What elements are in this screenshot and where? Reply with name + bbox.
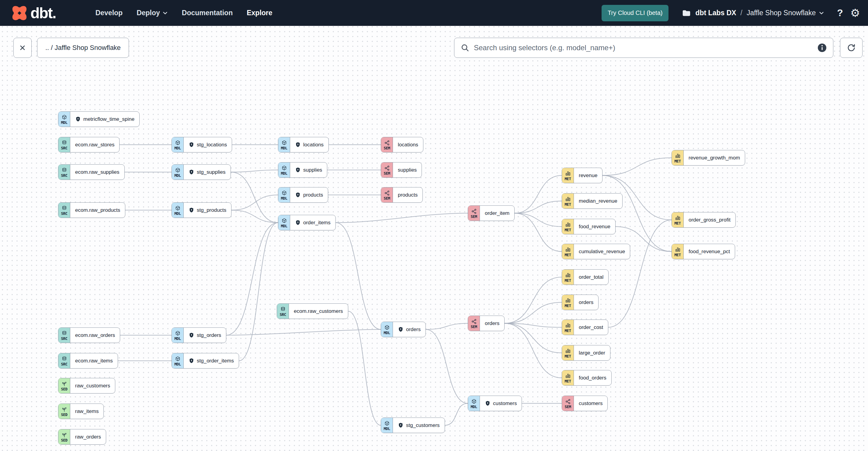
close-icon xyxy=(18,43,27,52)
node-type-label: SRC xyxy=(61,146,67,150)
node-type-badge: SEM xyxy=(381,162,393,177)
node-type-label: SED xyxy=(61,387,67,391)
lineage-node-met_order_cost[interactable]: MET order_cost xyxy=(562,320,608,335)
lineage-node-mdl_stg_supplies[interactable]: MDL stg_supplies xyxy=(172,164,231,180)
lineage-node-sed_raw_items[interactable]: SED raw_items xyxy=(58,403,104,419)
lineage-node-sem_customers[interactable]: SEM customers xyxy=(562,396,608,411)
lineage-node-sem_products[interactable]: SEM products xyxy=(381,187,423,203)
semantic-model-icon xyxy=(384,140,390,146)
account-name[interactable]: dbt Labs DX xyxy=(695,9,736,17)
lineage-node-src_ecom_raw_supplies[interactable]: SRC ecom.raw_supplies xyxy=(58,164,125,180)
cube-icon xyxy=(281,165,287,171)
lineage-node-mdl_stg_customers[interactable]: MDL stg_customers xyxy=(381,418,445,433)
lineage-node-mdl_orders[interactable]: MDL orders xyxy=(381,322,426,337)
node-type-badge: SRC xyxy=(58,353,70,368)
node-type-label: MDL xyxy=(174,212,181,216)
help-icon[interactable]: ? xyxy=(837,7,843,19)
lineage-node-mdl_locations[interactable]: MDL locations xyxy=(278,137,329,152)
gear-icon[interactable]: ⚙ xyxy=(850,8,860,19)
lineage-node-src_ecom_raw_products[interactable]: SRC ecom.raw_products xyxy=(58,202,125,218)
lineage-node-sed_raw_orders[interactable]: SED raw_orders xyxy=(58,429,106,445)
lineage-node-mdl_customers[interactable]: MDL customers xyxy=(468,396,522,411)
node-type-badge: SRC xyxy=(58,203,70,218)
lineage-node-met_food_orders[interactable]: MET food_orders xyxy=(562,370,612,386)
lineage-node-met_cumulative_revenue[interactable]: MET cumulative_revenue xyxy=(562,244,630,259)
node-type-label: MDL xyxy=(383,331,390,335)
lineage-node-met_orders[interactable]: MET orders xyxy=(562,295,598,310)
lineage-node-mdl_products[interactable]: MDL products xyxy=(278,187,328,203)
lineage-node-src_ecom_raw_items[interactable]: SRC ecom.raw_items xyxy=(58,353,118,368)
node-label: order_gross_profit xyxy=(688,217,731,223)
node-label: median_revenue xyxy=(579,198,617,204)
lineage-canvas[interactable]: MDL metricflow_time_spine SRC ecom.raw_s… xyxy=(0,0,868,451)
node-label-wrap: median_revenue xyxy=(574,193,622,208)
lineage-node-sed_raw_customers[interactable]: SED raw_customers xyxy=(58,378,115,393)
lineage-node-src_ecom_raw_customers[interactable]: SRC ecom.raw_customers xyxy=(277,303,348,319)
nav-explore[interactable]: Explore xyxy=(247,9,272,17)
search-input[interactable] xyxy=(474,43,813,52)
lineage-node-met_median_revenue[interactable]: MET median_revenue xyxy=(562,193,623,209)
node-label-wrap: locations xyxy=(393,137,423,152)
metric-chart-icon xyxy=(565,222,571,228)
close-lineage-button[interactable] xyxy=(13,38,32,58)
lineage-node-src_ecom_raw_orders[interactable]: SRC ecom.raw_orders xyxy=(58,327,120,343)
breadcrumb-separator: / xyxy=(741,9,742,17)
node-label: raw_orders xyxy=(75,434,101,440)
node-label: customers xyxy=(493,400,517,407)
node-type-label: SEM xyxy=(383,172,390,176)
lineage-node-mdl_metricflow_time_spine[interactable]: MDL metricflow_time_spine xyxy=(58,111,140,127)
node-type-badge: SRC xyxy=(58,137,70,152)
lineage-node-met_food_revenue[interactable]: MET food_revenue xyxy=(562,219,616,234)
nav-deploy[interactable]: Deploy xyxy=(136,9,168,17)
lineage-node-met_revenue[interactable]: MET revenue xyxy=(562,168,602,183)
node-type-label: MET xyxy=(564,380,571,384)
search-icon xyxy=(461,43,470,52)
shield-icon xyxy=(485,400,491,406)
node-label-wrap: raw_customers xyxy=(70,378,115,393)
node-type-label: SEM xyxy=(470,325,477,329)
lineage-node-met_food_revenue_pct[interactable]: MET food_revenue_pct xyxy=(672,244,735,259)
node-type-badge: MDL xyxy=(58,112,70,127)
lineage-node-mdl_stg_orders[interactable]: MDL stg_orders xyxy=(172,327,226,343)
info-icon[interactable] xyxy=(817,43,827,53)
lineage-node-sem_orders[interactable]: SEM orders xyxy=(468,315,504,331)
lineage-node-met_order_gross_profit[interactable]: MET order_gross_profit xyxy=(672,212,736,228)
lineage-breadcrumb[interactable]: .. / Jaffle Shop Snowflake xyxy=(37,38,129,58)
node-type-badge: MET xyxy=(672,212,684,227)
lineage-node-mdl_stg_products[interactable]: MDL stg_products xyxy=(172,202,231,218)
lineage-node-mdl_order_items[interactable]: MDL order_items xyxy=(278,215,336,230)
cube-icon xyxy=(281,218,287,224)
node-label: order_cost xyxy=(579,324,603,330)
metric-chart-icon xyxy=(565,323,571,328)
node-type-label: MDL xyxy=(281,146,287,150)
node-type-label: MET xyxy=(564,304,571,308)
lineage-node-mdl_stg_order_items[interactable]: MDL stg_order_items xyxy=(172,353,239,368)
node-label: products xyxy=(398,192,417,198)
node-label: stg_customers xyxy=(406,422,440,428)
node-label: raw_items xyxy=(75,409,98,415)
project-selector[interactable]: Jaffle Shop Snowflake xyxy=(747,9,824,17)
lineage-node-sem_supplies[interactable]: SEM supplies xyxy=(381,162,422,178)
lineage-node-sem_locations[interactable]: SEM locations xyxy=(381,137,423,152)
lineage-node-src_ecom_raw_stores[interactable]: SRC ecom.raw_stores xyxy=(58,137,120,152)
cube-icon xyxy=(175,330,181,336)
lineage-node-sem_order_item[interactable]: SEM order_item xyxy=(468,205,515,221)
refresh-button[interactable] xyxy=(840,38,863,58)
nav-documentation[interactable]: Documentation xyxy=(182,9,232,17)
node-type-label: MDL xyxy=(281,197,287,201)
lineage-node-mdl_supplies[interactable]: MDL supplies xyxy=(278,162,327,178)
lineage-node-met_order_total[interactable]: MET order_total xyxy=(562,269,609,285)
lineage-node-mdl_stg_locations[interactable]: MDL stg_locations xyxy=(172,137,232,152)
node-type-badge: MDL xyxy=(468,396,480,411)
metric-chart-icon xyxy=(675,215,681,221)
lineage-node-met_revenue_growth_mom[interactable]: MET revenue_growth_mom xyxy=(672,150,745,166)
nav-develop[interactable]: Develop xyxy=(95,9,123,17)
dbt-wordmark: dbt xyxy=(30,5,56,21)
node-label: cumulative_revenue xyxy=(579,249,625,255)
node-type-label: MET xyxy=(674,221,681,226)
try-cloud-cli-button[interactable]: Try Cloud CLI (beta) xyxy=(601,5,669,21)
dbt-logo[interactable]: dbt xyxy=(11,5,56,22)
node-type-label: MDL xyxy=(470,405,477,409)
node-label: customers xyxy=(579,400,602,407)
lineage-node-met_large_order[interactable]: MET large_order xyxy=(562,345,611,361)
